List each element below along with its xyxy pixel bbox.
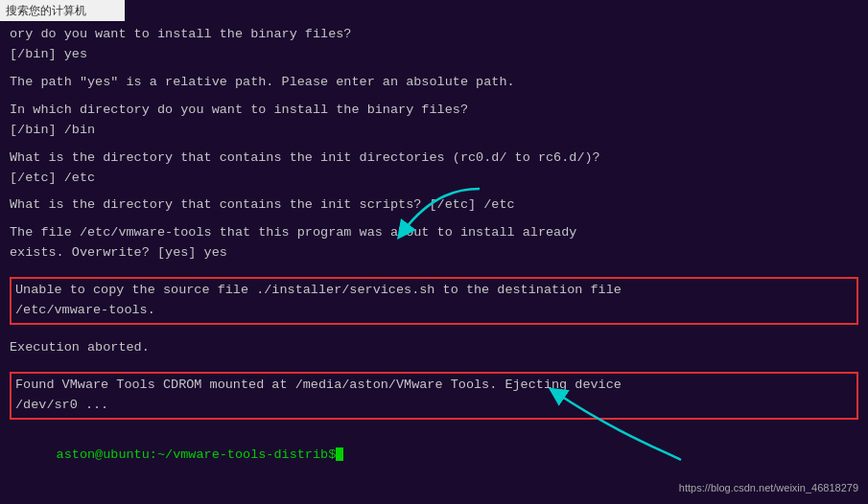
line1: ory do you want to install the binary fi… (10, 25, 858, 45)
prompt-text: aston@ubuntu:~/vmware-tools-distrib$ (57, 447, 337, 462)
warning-line1: Found VMware Tools CDROM mounted at /med… (15, 376, 853, 396)
blank8 (10, 358, 858, 366)
watermark: https://blog.csdn.net/weixin_46818279 (679, 480, 858, 496)
blank3 (10, 141, 858, 149)
line10: exists. Overwrite? [yes] yes (10, 243, 858, 263)
error-line2: /etc/vmware-tools. (15, 301, 853, 321)
search-bar-text: 搜索您的计算机 (6, 2, 86, 20)
line5: [/bin] /bin (10, 121, 858, 141)
arrow1-svg (384, 184, 499, 241)
search-bar[interactable]: 搜索您的计算机 (0, 0, 125, 21)
line2: [/bin] yes (10, 45, 858, 65)
error-line1: Unable to copy the source file ./install… (15, 281, 853, 301)
line6: What is the directory that contains the … (10, 149, 858, 169)
terminal-content: ory do you want to install the binary fi… (10, 25, 858, 486)
blank7 (10, 331, 858, 338)
warning-box: Found VMware Tools CDROM mounted at /med… (10, 372, 858, 420)
warning-line2: /dev/sr0 ... (15, 396, 853, 416)
blank1 (10, 65, 858, 73)
blank2 (10, 93, 858, 101)
cursor (336, 447, 343, 461)
line4: In which directory do you want to instal… (10, 101, 858, 121)
error-box: Unable to copy the source file ./install… (10, 277, 858, 325)
execution-aborted: Execution aborted. (10, 338, 858, 358)
arrow2-svg (537, 374, 691, 470)
terminal-window: 搜索您的计算机 ory do you want to install the b… (0, 0, 868, 504)
prompt-line[interactable]: aston@ubuntu:~/vmware-tools-distrib$ (10, 425, 858, 486)
line3: The path "yes" is a relative path. Pleas… (10, 73, 858, 93)
blank6 (10, 263, 858, 271)
